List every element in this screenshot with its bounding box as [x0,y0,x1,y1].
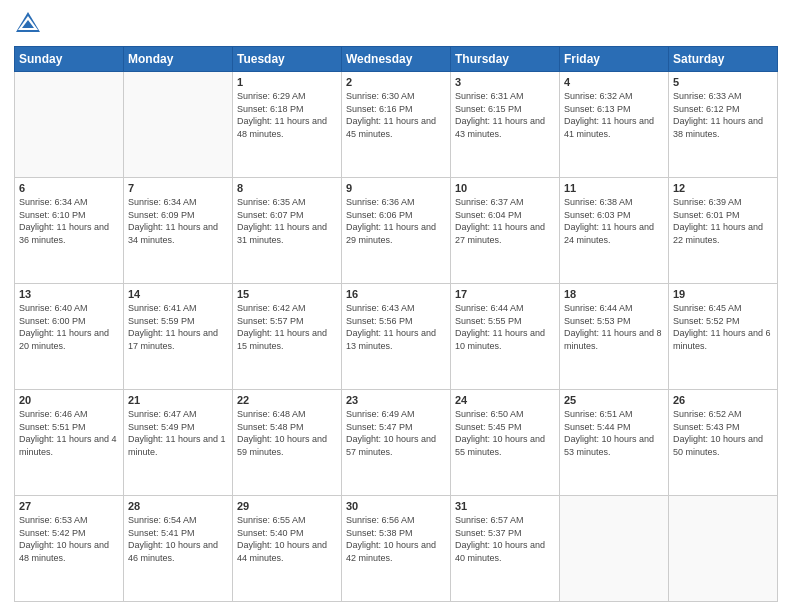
calendar-cell: 5Sunrise: 6:33 AM Sunset: 6:12 PM Daylig… [669,72,778,178]
day-number: 26 [673,394,773,406]
week-row-5: 27Sunrise: 6:53 AM Sunset: 5:42 PM Dayli… [15,496,778,602]
day-number: 11 [564,182,664,194]
day-info: Sunrise: 6:43 AM Sunset: 5:56 PM Dayligh… [346,302,446,352]
day-info: Sunrise: 6:44 AM Sunset: 5:55 PM Dayligh… [455,302,555,352]
day-info: Sunrise: 6:47 AM Sunset: 5:49 PM Dayligh… [128,408,228,458]
calendar-cell: 24Sunrise: 6:50 AM Sunset: 5:45 PM Dayli… [451,390,560,496]
calendar-cell: 28Sunrise: 6:54 AM Sunset: 5:41 PM Dayli… [124,496,233,602]
calendar-cell: 9Sunrise: 6:36 AM Sunset: 6:06 PM Daylig… [342,178,451,284]
week-row-4: 20Sunrise: 6:46 AM Sunset: 5:51 PM Dayli… [15,390,778,496]
day-info: Sunrise: 6:46 AM Sunset: 5:51 PM Dayligh… [19,408,119,458]
calendar-cell: 19Sunrise: 6:45 AM Sunset: 5:52 PM Dayli… [669,284,778,390]
calendar-body: 1Sunrise: 6:29 AM Sunset: 6:18 PM Daylig… [15,72,778,602]
calendar-cell: 18Sunrise: 6:44 AM Sunset: 5:53 PM Dayli… [560,284,669,390]
day-number: 21 [128,394,228,406]
day-info: Sunrise: 6:30 AM Sunset: 6:16 PM Dayligh… [346,90,446,140]
day-info: Sunrise: 6:42 AM Sunset: 5:57 PM Dayligh… [237,302,337,352]
day-info: Sunrise: 6:51 AM Sunset: 5:44 PM Dayligh… [564,408,664,458]
col-friday: Friday [560,47,669,72]
day-number: 4 [564,76,664,88]
day-info: Sunrise: 6:36 AM Sunset: 6:06 PM Dayligh… [346,196,446,246]
day-number: 16 [346,288,446,300]
day-number: 30 [346,500,446,512]
day-info: Sunrise: 6:38 AM Sunset: 6:03 PM Dayligh… [564,196,664,246]
day-number: 9 [346,182,446,194]
day-info: Sunrise: 6:34 AM Sunset: 6:10 PM Dayligh… [19,196,119,246]
day-info: Sunrise: 6:29 AM Sunset: 6:18 PM Dayligh… [237,90,337,140]
day-info: Sunrise: 6:53 AM Sunset: 5:42 PM Dayligh… [19,514,119,564]
calendar-cell: 27Sunrise: 6:53 AM Sunset: 5:42 PM Dayli… [15,496,124,602]
day-number: 1 [237,76,337,88]
day-number: 31 [455,500,555,512]
calendar-cell: 30Sunrise: 6:56 AM Sunset: 5:38 PM Dayli… [342,496,451,602]
calendar-table: Sunday Monday Tuesday Wednesday Thursday… [14,46,778,602]
day-number: 8 [237,182,337,194]
day-info: Sunrise: 6:40 AM Sunset: 6:00 PM Dayligh… [19,302,119,352]
day-number: 5 [673,76,773,88]
day-info: Sunrise: 6:52 AM Sunset: 5:43 PM Dayligh… [673,408,773,458]
col-tuesday: Tuesday [233,47,342,72]
day-number: 24 [455,394,555,406]
day-number: 19 [673,288,773,300]
col-wednesday: Wednesday [342,47,451,72]
col-saturday: Saturday [669,47,778,72]
day-number: 23 [346,394,446,406]
calendar-cell: 21Sunrise: 6:47 AM Sunset: 5:49 PM Dayli… [124,390,233,496]
calendar-cell: 3Sunrise: 6:31 AM Sunset: 6:15 PM Daylig… [451,72,560,178]
day-number: 14 [128,288,228,300]
calendar-cell: 23Sunrise: 6:49 AM Sunset: 5:47 PM Dayli… [342,390,451,496]
day-number: 7 [128,182,228,194]
week-row-3: 13Sunrise: 6:40 AM Sunset: 6:00 PM Dayli… [15,284,778,390]
day-number: 10 [455,182,555,194]
day-info: Sunrise: 6:33 AM Sunset: 6:12 PM Dayligh… [673,90,773,140]
day-info: Sunrise: 6:49 AM Sunset: 5:47 PM Dayligh… [346,408,446,458]
logo [14,10,46,38]
calendar-cell: 10Sunrise: 6:37 AM Sunset: 6:04 PM Dayli… [451,178,560,284]
calendar-cell: 2Sunrise: 6:30 AM Sunset: 6:16 PM Daylig… [342,72,451,178]
col-thursday: Thursday [451,47,560,72]
day-number: 13 [19,288,119,300]
day-number: 3 [455,76,555,88]
day-info: Sunrise: 6:34 AM Sunset: 6:09 PM Dayligh… [128,196,228,246]
day-number: 20 [19,394,119,406]
day-number: 28 [128,500,228,512]
calendar-cell [560,496,669,602]
day-info: Sunrise: 6:39 AM Sunset: 6:01 PM Dayligh… [673,196,773,246]
page: Sunday Monday Tuesday Wednesday Thursday… [0,0,792,612]
day-info: Sunrise: 6:50 AM Sunset: 5:45 PM Dayligh… [455,408,555,458]
calendar-cell: 29Sunrise: 6:55 AM Sunset: 5:40 PM Dayli… [233,496,342,602]
day-number: 15 [237,288,337,300]
day-info: Sunrise: 6:41 AM Sunset: 5:59 PM Dayligh… [128,302,228,352]
day-number: 12 [673,182,773,194]
calendar-cell: 1Sunrise: 6:29 AM Sunset: 6:18 PM Daylig… [233,72,342,178]
col-sunday: Sunday [15,47,124,72]
day-number: 29 [237,500,337,512]
logo-icon [14,10,42,38]
day-number: 17 [455,288,555,300]
day-info: Sunrise: 6:48 AM Sunset: 5:48 PM Dayligh… [237,408,337,458]
calendar-cell: 7Sunrise: 6:34 AM Sunset: 6:09 PM Daylig… [124,178,233,284]
calendar-cell: 11Sunrise: 6:38 AM Sunset: 6:03 PM Dayli… [560,178,669,284]
col-monday: Monday [124,47,233,72]
calendar-cell [15,72,124,178]
day-info: Sunrise: 6:55 AM Sunset: 5:40 PM Dayligh… [237,514,337,564]
calendar-cell: 13Sunrise: 6:40 AM Sunset: 6:00 PM Dayli… [15,284,124,390]
day-number: 22 [237,394,337,406]
day-number: 6 [19,182,119,194]
day-info: Sunrise: 6:57 AM Sunset: 5:37 PM Dayligh… [455,514,555,564]
calendar-cell: 22Sunrise: 6:48 AM Sunset: 5:48 PM Dayli… [233,390,342,496]
day-info: Sunrise: 6:32 AM Sunset: 6:13 PM Dayligh… [564,90,664,140]
calendar-cell [669,496,778,602]
calendar-cell: 31Sunrise: 6:57 AM Sunset: 5:37 PM Dayli… [451,496,560,602]
day-info: Sunrise: 6:31 AM Sunset: 6:15 PM Dayligh… [455,90,555,140]
day-number: 18 [564,288,664,300]
day-info: Sunrise: 6:56 AM Sunset: 5:38 PM Dayligh… [346,514,446,564]
week-row-1: 1Sunrise: 6:29 AM Sunset: 6:18 PM Daylig… [15,72,778,178]
calendar-cell: 4Sunrise: 6:32 AM Sunset: 6:13 PM Daylig… [560,72,669,178]
calendar-cell [124,72,233,178]
calendar-cell: 12Sunrise: 6:39 AM Sunset: 6:01 PM Dayli… [669,178,778,284]
calendar-cell: 8Sunrise: 6:35 AM Sunset: 6:07 PM Daylig… [233,178,342,284]
day-info: Sunrise: 6:45 AM Sunset: 5:52 PM Dayligh… [673,302,773,352]
header [14,10,778,38]
calendar-cell: 17Sunrise: 6:44 AM Sunset: 5:55 PM Dayli… [451,284,560,390]
